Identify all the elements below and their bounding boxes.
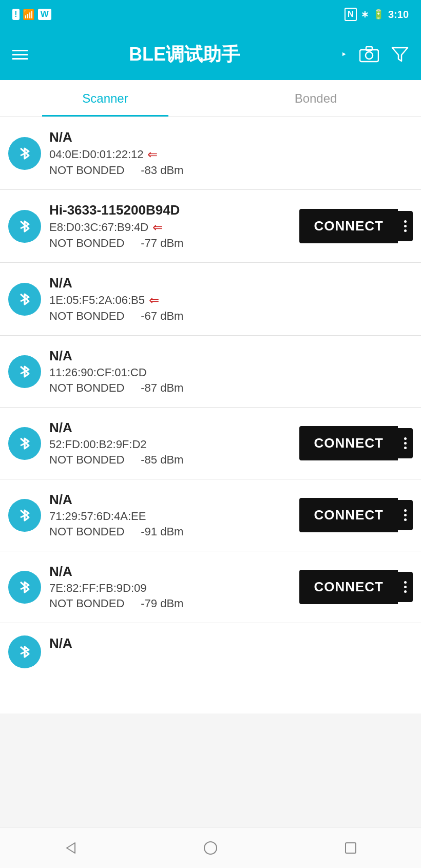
device-info: N/A 11:26:90:CF:01:CD NOT BONDED -87 dBm bbox=[49, 348, 413, 395]
device-status-row: NOT BONDED -85 dBm bbox=[49, 453, 291, 467]
device-status-row: NOT BONDED -91 dBm bbox=[49, 525, 291, 538]
device-name: N/A bbox=[49, 420, 291, 436]
connect-button-wrap: CONNECT bbox=[299, 209, 413, 243]
device-info: N/A bbox=[49, 635, 413, 653]
svg-marker-3 bbox=[392, 48, 408, 61]
svg-point-1 bbox=[366, 52, 373, 59]
status-bar-left: ! 📶 W bbox=[12, 9, 51, 21]
device-info: N/A 04:0E:D0:01:22:12 ⇐ NOT BONDED -83 d… bbox=[49, 129, 413, 177]
table-row: N/A 7E:82:FF:FB:9D:09 NOT BONDED -79 dBm… bbox=[0, 551, 421, 623]
svg-marker-12 bbox=[67, 843, 75, 853]
nfc-icon: N bbox=[345, 8, 357, 21]
back-button[interactable] bbox=[55, 833, 86, 863]
device-status-row: NOT BONDED -67 dBm bbox=[49, 310, 413, 323]
wifi-icon: 📶 bbox=[23, 9, 35, 21]
time-display: 3:10 bbox=[388, 9, 409, 21]
table-row: N/A 52:FD:00:B2:9F:D2 NOT BONDED -85 dBm… bbox=[0, 408, 421, 479]
table-row: N/A 1E:05:F5:2A:06:B5 ⇐ NOT BONDED -67 d… bbox=[0, 263, 421, 336]
device-info: N/A 52:FD:00:B2:9F:D2 NOT BONDED -85 dBm bbox=[49, 420, 291, 467]
bluetooth-icon bbox=[8, 427, 41, 460]
more-options-button[interactable] bbox=[398, 211, 413, 241]
more-options-button[interactable] bbox=[398, 500, 413, 530]
bluetooth-icon bbox=[8, 355, 41, 388]
connect-button-wrap: CONNECT bbox=[299, 570, 413, 604]
device-info: N/A 7E:82:FF:FB:9D:09 NOT BONDED -79 dBm bbox=[49, 564, 291, 610]
menu-button[interactable] bbox=[12, 50, 28, 60]
bluetooth-icon bbox=[8, 137, 41, 170]
notification-icon: ! bbox=[12, 9, 20, 20]
device-mac: 7E:82:FF:FB:9D:09 bbox=[49, 582, 291, 595]
device-name: N/A bbox=[49, 564, 291, 580]
connect-button[interactable]: CONNECT bbox=[299, 498, 398, 532]
filter-button[interactable] bbox=[391, 46, 409, 63]
bluetooth-icon bbox=[8, 210, 41, 243]
device-mac: 04:0E:D0:01:22:12 ⇐ bbox=[49, 147, 413, 162]
table-row: Hi-3633-115200B94D E8:D0:3C:67:B9:4D ⇐ N… bbox=[0, 190, 421, 263]
table-row: N/A 71:29:57:6D:4A:EE NOT BONDED -91 dBm… bbox=[0, 479, 421, 551]
device-status-row: NOT BONDED -77 dBm bbox=[49, 237, 291, 250]
connect-button[interactable]: CONNECT bbox=[299, 426, 398, 460]
bluetooth-icon bbox=[8, 283, 41, 316]
table-row: N/A 11:26:90:CF:01:CD NOT BONDED -87 dBm bbox=[0, 336, 421, 408]
connect-button-wrap: CONNECT bbox=[299, 498, 413, 532]
bluetooth-icon bbox=[8, 499, 41, 532]
device-name: Hi-3633-115200B94D bbox=[49, 202, 291, 218]
bluetooth-icon bbox=[8, 635, 41, 668]
device-info: N/A 1E:05:F5:2A:06:B5 ⇐ NOT BONDED -67 d… bbox=[49, 275, 413, 323]
indicator-dot: ‣ bbox=[341, 48, 347, 61]
status-bar: ! 📶 W N ∗ 🔋 3:10 bbox=[0, 0, 421, 29]
device-status-row: NOT BONDED -87 dBm bbox=[49, 381, 413, 395]
arrow-icon: ⇐ bbox=[149, 293, 159, 307]
more-options-button[interactable] bbox=[398, 428, 413, 458]
device-mac: 52:FD:00:B2:9F:D2 bbox=[49, 438, 291, 451]
svg-point-13 bbox=[204, 842, 217, 854]
device-status-row: NOT BONDED -83 dBm bbox=[49, 164, 413, 177]
connect-button[interactable]: CONNECT bbox=[299, 209, 398, 243]
tab-scanner[interactable]: Scanner bbox=[0, 80, 210, 117]
table-row: N/A bbox=[0, 623, 421, 672]
status-bar-right: N ∗ 🔋 3:10 bbox=[345, 8, 409, 21]
svg-rect-2 bbox=[366, 47, 372, 50]
arrow-icon: ⇐ bbox=[152, 220, 163, 235]
device-mac: 71:29:57:6D:4A:EE bbox=[49, 510, 291, 523]
app-bar: BLE调试助手 ‣ bbox=[0, 29, 421, 80]
device-name: N/A bbox=[49, 275, 413, 291]
more-options-button[interactable] bbox=[398, 572, 413, 602]
connect-button[interactable]: CONNECT bbox=[299, 570, 398, 604]
device-list: N/A 04:0E:D0:01:22:12 ⇐ NOT BONDED -83 d… bbox=[0, 117, 421, 713]
device-name: N/A bbox=[49, 348, 413, 364]
table-row: N/A 04:0E:D0:01:22:12 ⇐ NOT BONDED -83 d… bbox=[0, 117, 421, 190]
recent-apps-button[interactable] bbox=[335, 833, 366, 863]
app-bar-icons: ‣ bbox=[341, 46, 409, 63]
bluetooth-icon bbox=[8, 571, 41, 604]
home-button[interactable] bbox=[195, 833, 226, 863]
device-info: N/A 71:29:57:6D:4A:EE NOT BONDED -91 dBm bbox=[49, 492, 291, 538]
connect-button-wrap: CONNECT bbox=[299, 426, 413, 460]
device-mac: 1E:05:F5:2A:06:B5 ⇐ bbox=[49, 293, 413, 307]
device-name: N/A bbox=[49, 129, 413, 145]
bluetooth-status-icon: ∗ bbox=[361, 9, 369, 20]
battery-icon: 🔋 bbox=[373, 9, 384, 20]
device-name: N/A bbox=[49, 492, 291, 508]
device-mac: E8:D0:3C:67:B9:4D ⇐ bbox=[49, 220, 291, 235]
device-info: Hi-3633-115200B94D E8:D0:3C:67:B9:4D ⇐ N… bbox=[49, 202, 291, 250]
tab-bonded[interactable]: Bonded bbox=[210, 80, 421, 117]
app-title: BLE调试助手 bbox=[40, 42, 329, 67]
camera-button[interactable] bbox=[359, 46, 379, 63]
device-name: N/A bbox=[49, 635, 413, 651]
device-mac: 11:26:90:CF:01:CD bbox=[49, 366, 413, 379]
tab-bar: Scanner Bonded bbox=[0, 80, 421, 117]
arrow-icon: ⇐ bbox=[147, 147, 158, 162]
wechat-icon: W bbox=[38, 9, 51, 20]
bottom-navigation bbox=[0, 827, 421, 868]
svg-rect-14 bbox=[346, 843, 356, 853]
device-status-row: NOT BONDED -79 dBm bbox=[49, 597, 291, 610]
